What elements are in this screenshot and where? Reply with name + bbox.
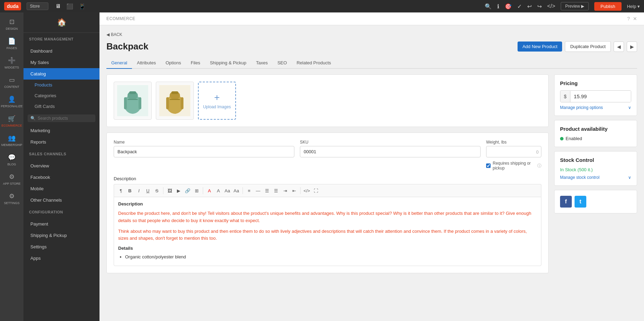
next-product-button[interactable]: ▶ xyxy=(627,42,637,52)
sku-input[interactable] xyxy=(300,146,481,157)
sidebar-item-settings-cfg[interactable]: Settings xyxy=(23,241,100,253)
sidebar-sub-products[interactable]: Products xyxy=(23,80,100,90)
search-input[interactable] xyxy=(38,116,93,121)
sidebar-item-appstore[interactable]: ⚙ APP STORE xyxy=(0,170,23,188)
product-image-2[interactable] xyxy=(156,82,194,120)
sidebar-item-membership[interactable]: 👥 MEMBERSHIP xyxy=(0,131,23,149)
tab-seo[interactable]: SEO xyxy=(273,57,292,69)
help-button[interactable]: Help ▾ xyxy=(627,4,640,9)
highlight-btn[interactable]: A xyxy=(214,186,222,195)
undo-tool[interactable]: ↩ xyxy=(527,3,532,10)
strikethrough-btn[interactable]: S xyxy=(153,186,161,195)
weight-input[interactable] xyxy=(486,146,541,157)
pricing-card: Pricing $ Manage pricing options ∨ xyxy=(554,74,637,116)
sku-group: SKU xyxy=(300,140,481,157)
tab-taxes[interactable]: Taxes xyxy=(251,57,273,69)
store-selector[interactable]: Store xyxy=(27,2,48,10)
superscript-btn[interactable]: Aa xyxy=(223,186,231,195)
sidebar-home[interactable]: 🏠 xyxy=(23,12,100,33)
images-row: + Upload Images xyxy=(114,82,541,120)
link-btn[interactable]: 🔗 xyxy=(183,186,192,195)
tablet-icon[interactable]: ⬛ xyxy=(66,3,73,10)
desktop-icon[interactable]: 🖥 xyxy=(55,3,61,10)
preview-button[interactable]: Preview ▶ xyxy=(561,2,589,10)
indent-btn[interactable]: ⇥ xyxy=(281,186,289,195)
upload-images-button[interactable]: + Upload Images xyxy=(198,82,236,120)
sidebar-item-my-sales[interactable]: My Sales xyxy=(23,57,100,68)
sidebar-item-design[interactable]: ⊡ DESIGN xyxy=(0,15,23,33)
hr-btn[interactable]: — xyxy=(254,186,262,195)
sidebar-item-reports[interactable]: Reports xyxy=(23,136,100,148)
sidebar-item-marketing[interactable]: Marketing xyxy=(23,125,100,136)
mobile-icon[interactable]: 📱 xyxy=(79,3,86,10)
info-tool[interactable]: ℹ xyxy=(497,3,499,10)
outdent-btn[interactable]: ⇤ xyxy=(290,186,298,195)
sidebar-sub-giftcards[interactable]: Gift Cards xyxy=(23,101,100,112)
sidebar-item-overview[interactable]: Overview xyxy=(23,160,100,172)
add-new-product-button[interactable]: Add New Product xyxy=(518,42,562,52)
image-btn[interactable]: 🖼 xyxy=(165,186,174,195)
sidebar-item-facebook[interactable]: Facebook xyxy=(23,172,100,183)
search-tool[interactable]: 🔍 xyxy=(485,3,492,10)
sidebar-item-personalize[interactable]: 👤 PERSONALIZE xyxy=(0,93,23,111)
prev-product-button[interactable]: ◀ xyxy=(614,42,624,52)
publish-button[interactable]: Publish xyxy=(594,2,622,11)
case-btn[interactable]: Aa xyxy=(232,186,240,195)
name-input[interactable] xyxy=(114,146,294,157)
underline-btn[interactable]: U xyxy=(144,186,152,195)
sidebar-item-apps[interactable]: Apps xyxy=(23,253,100,264)
facebook-share-button[interactable]: f xyxy=(560,196,572,208)
tab-general[interactable]: General xyxy=(106,57,132,69)
tab-shipping-pickup[interactable]: Shipping & Pickup xyxy=(205,57,251,69)
align-left-btn[interactable]: ≡ xyxy=(245,186,253,195)
redo-tool[interactable]: ↪ xyxy=(537,3,542,10)
list-ul-btn[interactable]: ☰ xyxy=(263,186,271,195)
sidebar-item-shipping[interactable]: Shipping & Pickup xyxy=(23,230,100,241)
twitter-share-button[interactable]: t xyxy=(575,196,586,208)
sidebar-item-mobile[interactable]: Mobile xyxy=(23,183,100,194)
tab-related-products[interactable]: Related Products xyxy=(292,57,336,69)
back-button[interactable]: ◀ BACK xyxy=(106,32,637,37)
design-label: DESIGN xyxy=(6,27,18,30)
tab-options[interactable]: Options xyxy=(161,57,186,69)
sidebar-item-ecommerce[interactable]: 🛒 ECOMMERCE xyxy=(0,112,23,130)
code-btn[interactable]: </> xyxy=(303,186,311,195)
sidebar-item-widgets[interactable]: ➕ WIDGETS xyxy=(0,54,23,72)
italic-btn[interactable]: I xyxy=(135,186,143,195)
format-paragraph-btn[interactable]: ¶ xyxy=(117,186,125,195)
stock-title: Stock Control xyxy=(560,157,631,163)
sidebar-item-other-channels[interactable]: Other Channels xyxy=(23,194,100,206)
product-main-area: + Upload Images Name xyxy=(106,74,637,279)
pages-label: PAGES xyxy=(7,46,17,50)
manage-stock-link[interactable]: Manage stock control ∨ xyxy=(560,175,631,180)
fullscreen-btn[interactable]: ⛶ xyxy=(312,186,320,195)
question-icon[interactable]: ? xyxy=(627,16,630,21)
table-btn[interactable]: ⊞ xyxy=(192,186,201,195)
sidebar-item-pages[interactable]: 📄 PAGES xyxy=(0,35,23,53)
price-input[interactable] xyxy=(570,91,631,102)
sidebar-item-catalog[interactable]: Catalog xyxy=(23,68,100,80)
list-ol-btn[interactable]: ☰ xyxy=(272,186,280,195)
requires-shipping-checkbox[interactable] xyxy=(486,163,491,168)
svg-rect-12 xyxy=(166,97,169,109)
duplicate-product-button[interactable]: Duplicate Product xyxy=(565,41,611,52)
tab-files[interactable]: Files xyxy=(186,57,205,69)
sidebar-item-settings[interactable]: ⚙ SETTINGS xyxy=(0,190,23,208)
check-tool[interactable]: ✓ xyxy=(517,3,522,10)
currency-symbol: $ xyxy=(560,91,570,102)
product-image-1[interactable] xyxy=(114,82,152,120)
sidebar-item-blog[interactable]: 💬 BLOG xyxy=(0,151,23,169)
text-color-btn[interactable]: A xyxy=(205,186,214,195)
sidebar-item-payment[interactable]: Payment xyxy=(23,218,100,230)
sidebar-sub-categories[interactable]: Categories xyxy=(23,90,100,101)
rich-text-area[interactable]: Description Describe the product here, a… xyxy=(114,197,541,266)
video-btn[interactable]: ▶ xyxy=(174,186,183,195)
sidebar-item-content[interactable]: ▭ CONTENT xyxy=(0,73,23,91)
bold-btn[interactable]: B xyxy=(126,186,134,195)
tab-attributes[interactable]: Attributes xyxy=(132,57,161,69)
close-icon[interactable]: ✕ xyxy=(633,16,637,21)
code-tool[interactable]: </> xyxy=(547,3,555,9)
sidebar-item-dashboard[interactable]: Dashboard xyxy=(23,45,100,57)
manage-pricing-link[interactable]: Manage pricing options ∨ xyxy=(560,105,631,110)
target-tool[interactable]: 🎯 xyxy=(505,3,512,10)
